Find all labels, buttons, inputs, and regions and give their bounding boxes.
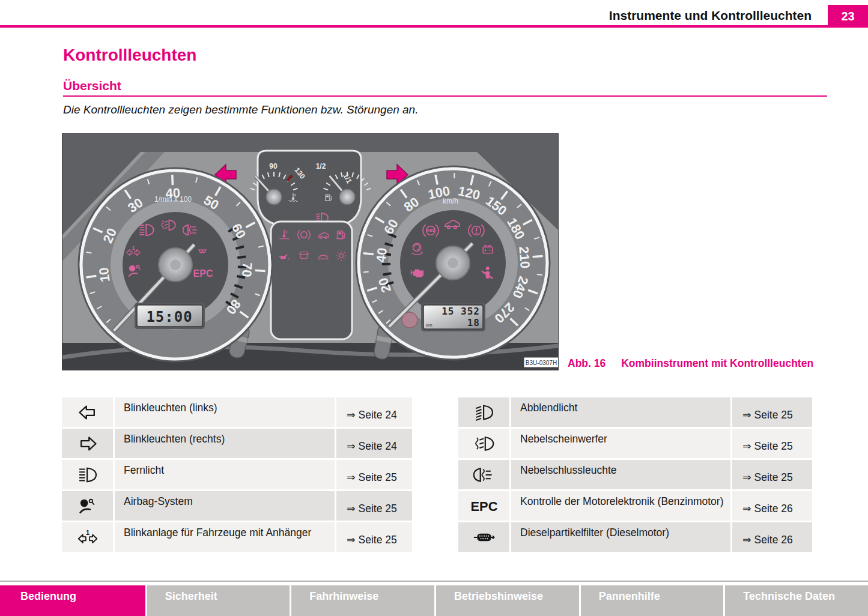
svg-text:km: km [426, 322, 432, 328]
page-number-badge: 23 [828, 5, 868, 28]
indicator-label: Airbag-System [115, 491, 335, 521]
figure-caption: Abb. 16Kombiinstrument mit Kontrollleuch… [568, 357, 813, 370]
figure-caption-label: Abb. 16 [568, 357, 605, 369]
indicator-label: Abblendlicht [511, 397, 730, 427]
figure-caption-text: Kombiinstrument mit Kontrollleuchten [621, 357, 813, 369]
page-reference: ⇒ Seite 25 [732, 460, 812, 489]
page-reference: ⇒ Seite 25 [732, 397, 812, 427]
table-row: Nebelschlussleuchte ⇒ Seite 25 [458, 460, 812, 489]
svg-text:1: 1 [85, 528, 90, 536]
page-reference: ⇒ Seite 24 [336, 397, 412, 427]
epc-icon: EPC [193, 268, 213, 279]
table-row: Dieselpartikelfilter (Dieselmotor) ⇒ Sei… [458, 522, 812, 552]
svg-text:18: 18 [467, 317, 480, 328]
svg-text:km/h: km/h [443, 197, 458, 205]
svg-text:ABS: ABS [426, 228, 434, 232]
speedometer: 20406080100120150180210240270km/h ABS 15… [356, 166, 550, 360]
table-row: Abblendlicht ⇒ Seite 25 [458, 397, 812, 427]
footer-tab-pannenhilfe: Pannenhilfe [581, 585, 724, 616]
odometer-display: 15 352 18 km [421, 303, 485, 331]
table-row: Blinkleuchten (links) ⇒ Seite 24 [62, 397, 412, 427]
front-fog-icon [473, 433, 495, 454]
indicator-label: Dieselpartikelfilter (Dieselmotor) [511, 522, 730, 552]
svg-text:70: 70 [239, 262, 255, 277]
footer-tab-fahrhinweise: Fahrhinweise [291, 585, 434, 616]
trip-reset-knob [402, 312, 417, 328]
svg-text:B3U-0307H: B3U-0307H [526, 360, 557, 366]
indicator-label: Kontrolle der Motorelektronik (Benzinmot… [511, 491, 730, 521]
table-row: Blinkleuchten (rechts) ⇒ Seite 24 [62, 429, 412, 458]
tachometer: 10203040506070801/min x 100 1 EPC 15:00 [79, 168, 272, 361]
epc-icon: EPC [470, 492, 498, 520]
svg-text:15:00: 15:00 [146, 309, 192, 325]
indicator-table-right: Abblendlicht ⇒ Seite 25 Nebelscheinwerfe… [458, 397, 812, 554]
arrow-right-icon [77, 433, 99, 454]
footer-tab-bedienung: Bedienung [0, 585, 145, 616]
indicator-label: Nebelscheinwerfer [511, 429, 730, 458]
intro-text: Die Kontrollleuchten zeigen bestimmte Fu… [63, 103, 418, 116]
svg-text:10: 10 [96, 267, 113, 283]
page-reference: ⇒ Seite 26 [732, 491, 812, 521]
airbag-icon [77, 495, 99, 517]
table-row: Fernlicht ⇒ Seite 25 [62, 460, 412, 489]
arrow-left-icon [77, 402, 99, 423]
table-row: Nebelscheinwerfer ⇒ Seite 25 [458, 429, 812, 458]
trailer-blinker-icon: 1 [77, 527, 99, 548]
svg-text:15 352: 15 352 [442, 306, 480, 317]
instrument-cluster-illustration: 901301/21/1 10203040506070801/min x 100 … [62, 133, 559, 370]
rear-fog-icon [473, 464, 495, 486]
page-reference: ⇒ Seite 25 [336, 491, 412, 521]
indicator-label: Blinkleuchten (rechts) [115, 429, 335, 458]
svg-text:1/min x 100: 1/min x 100 [154, 195, 192, 204]
clock-display: 15:00 [135, 303, 205, 329]
indicator-label: Blinkleuchten (links) [115, 397, 335, 427]
indicator-label: Fernlicht [115, 460, 335, 489]
table-row: Airbag-System ⇒ Seite 25 [62, 491, 412, 521]
low-beam-icon [473, 402, 495, 423]
page-reference: ⇒ Seite 25 [732, 429, 812, 458]
svg-text:210: 210 [516, 246, 533, 270]
footer-tab-bar: Bedienung Sicherheit Fahrhinweise Betrie… [0, 585, 868, 616]
page-reference: ⇒ Seite 26 [732, 522, 812, 552]
svg-text:1: 1 [132, 245, 135, 251]
table-row: 1 Blinkanlage für Fahrzeuge mit Anhänger… [62, 522, 412, 552]
footer-tab-betriebshinweise: Betriebshinweise [436, 585, 579, 616]
dpf-icon [473, 527, 495, 548]
page-reference: ⇒ Seite 25 [336, 460, 412, 489]
footer-rule [0, 581, 868, 582]
section-subtitle: Übersicht [63, 79, 121, 93]
chapter-title: Instrumente und Kontrollleuchten [609, 8, 812, 23]
footer-tab-sicherheit: Sicherheit [147, 585, 290, 616]
footer-tab-technische-daten: Technische Daten [725, 585, 868, 616]
manual-page: Instrumente und Kontrollleuchten 23 Kont… [0, 0, 868, 616]
svg-text:1/2: 1/2 [316, 162, 326, 171]
svg-text:90: 90 [269, 162, 278, 171]
image-code-label: B3U-0307H [524, 357, 558, 367]
page-reference: ⇒ Seite 24 [336, 429, 412, 458]
table-row: EPC Kontrolle der Motorelektronik (Benzi… [458, 491, 812, 521]
svg-text:40: 40 [373, 247, 389, 264]
high-beam-icon [77, 464, 99, 486]
page-reference: ⇒ Seite 25 [336, 522, 412, 552]
indicator-label: Blinkanlage für Fahrzeuge mit Anhänger [115, 522, 335, 552]
svg-text:EPC: EPC [470, 499, 497, 514]
page-title: Kontrollleuchten [63, 46, 196, 65]
header-rule [0, 25, 868, 28]
subtitle-rule [63, 95, 827, 97]
indicator-table-left: Blinkleuchten (links) ⇒ Seite 24 Blinkle… [62, 397, 412, 554]
indicator-label: Nebelschlussleuchte [511, 460, 730, 489]
